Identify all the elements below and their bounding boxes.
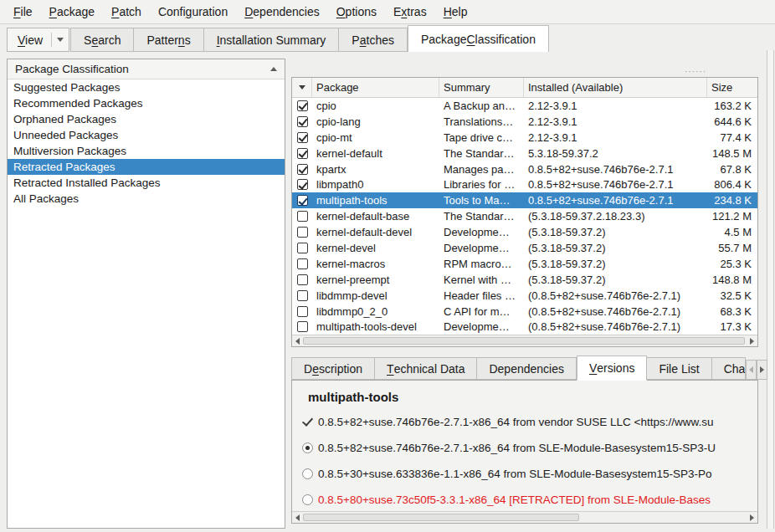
version-entry[interactable]: 0.8.5+82+suse.746b76e-2.7.1-x86_64 from …: [300, 439, 757, 456]
column-header-size[interactable]: Size: [707, 78, 757, 97]
scrollbar-thumb[interactable]: [303, 337, 745, 345]
filter-item-multiversion-packages[interactable]: Multiversion Packages: [8, 143, 285, 159]
checkbox-unchecked[interactable]: [297, 258, 308, 269]
checkbox-unchecked[interactable]: [297, 321, 308, 332]
filter-list-header[interactable]: Package Classification: [8, 59, 285, 79]
filter-item-recommended-packages[interactable]: Recommended Packages: [8, 95, 285, 111]
checkbox-checked[interactable]: [297, 148, 308, 159]
version-entry[interactable]: 0.8.5+80+suse.73c50f5-3.3.1-x86_64 [RETR…: [300, 491, 757, 508]
menu-configuration[interactable]: Configuration: [150, 2, 236, 22]
yast-package-selector-window: FilePackagePatchConfigurationDependencie…: [0, 0, 775, 532]
table-row[interactable]: cpio-mtTape drive c…2.12-3.9.177.4 K: [292, 130, 757, 146]
menu-bar: FilePackagePatchConfigurationDependencie…: [0, 0, 775, 24]
checkbox-checked[interactable]: [297, 164, 308, 175]
detail-tab-dependencies[interactable]: Dependencies: [477, 357, 577, 380]
radio-unselected-icon[interactable]: [300, 494, 315, 505]
menu-extras[interactable]: Extras: [385, 2, 435, 22]
table-row[interactable]: kernel-default-develDevelopme…(5.3.18-59…: [292, 224, 757, 240]
tab-patches[interactable]: Patches: [339, 28, 408, 52]
menu-package[interactable]: Package: [41, 2, 104, 22]
scroll-left-icon: [749, 366, 753, 373]
checkbox-unchecked[interactable]: [297, 227, 308, 238]
filter-item-unneeded-packages[interactable]: Unneeded Packages: [8, 127, 285, 143]
checkbox-checked[interactable]: [297, 132, 308, 143]
column-header-summary[interactable]: Summary: [439, 78, 524, 97]
tab-package-classification[interactable]: Package Classification: [408, 25, 549, 52]
column-header-installed-available[interactable]: Installed (Available): [524, 78, 707, 97]
table-horizontal-scrollbar[interactable]: [292, 335, 757, 346]
vertical-scrollbar[interactable]: [767, 50, 774, 529]
scrollbar-thumb[interactable]: [303, 514, 579, 521]
checkbox-unchecked[interactable]: [297, 211, 308, 222]
radio-selected-icon[interactable]: [300, 442, 315, 453]
column-header-status[interactable]: [292, 78, 312, 97]
versions-horizontal-scrollbar[interactable]: [292, 511, 757, 523]
scroll-right-icon[interactable]: [750, 338, 754, 345]
size-cell: 644.6 K: [707, 115, 757, 128]
checkbox-unchecked[interactable]: [297, 306, 308, 317]
detail-tab-file-list[interactable]: File List: [647, 357, 711, 380]
table-row[interactable]: kernel-macrosRPM macro…(5.3.18-59.37.2)2…: [292, 256, 757, 272]
scroll-left-icon[interactable]: [295, 338, 300, 345]
summary-cell: Developme…: [439, 226, 524, 238]
table-row[interactable]: libdmmp-develHeader files …(0.8.5+82+sus…: [292, 288, 757, 304]
table-row[interactable]: libmpath0Libraries for …0.8.5+82+suse.74…: [292, 176, 757, 192]
tab-scroll-left-button[interactable]: [746, 360, 757, 380]
filter-item-retracted-packages[interactable]: Retracted Packages: [8, 159, 285, 175]
column-header-package[interactable]: Package: [312, 78, 439, 97]
summary-cell: The Standar…: [439, 210, 524, 223]
status-cell: [292, 148, 312, 159]
checkbox-checked[interactable]: [297, 195, 308, 206]
installed-cell: 0.8.5+82+suse.746b76e-2.7.1: [524, 163, 707, 176]
detail-tab-description[interactable]: Description: [291, 357, 375, 380]
checkbox-checked[interactable]: [297, 179, 308, 190]
menu-dependencies[interactable]: Dependencies: [236, 2, 328, 22]
package-table-body: cpioA Backup an…2.12-3.9.1163.2 Kcpio-la…: [292, 98, 757, 335]
table-row[interactable]: cpio-langTranslations…2.12-3.9.1644.6 K: [292, 114, 757, 130]
tab-search[interactable]: Search: [70, 28, 134, 52]
detail-tab-cha[interactable]: Cha: [712, 357, 746, 380]
table-row[interactable]: multipath-tools-develDevelopme…(0.8.5+82…: [292, 319, 757, 335]
table-row[interactable]: multipath-toolsTools to Ma…0.8.5+82+suse…: [292, 192, 757, 208]
filter-item-all-packages[interactable]: All Packages: [8, 191, 285, 207]
tab-patterns[interactable]: Patterns: [134, 28, 203, 52]
package-name-cell: libmpath0: [312, 178, 439, 191]
table-row[interactable]: cpioA Backup an…2.12-3.9.1163.2 K: [292, 98, 757, 114]
status-cell: [292, 132, 312, 143]
menu-file[interactable]: File: [5, 2, 41, 22]
tab-scroll-right-button[interactable]: [757, 360, 767, 380]
version-entry[interactable]: 0.8.5+82+suse.746b76e-2.7.1-x86_64 from …: [300, 413, 757, 430]
status-cell: [292, 274, 312, 285]
table-row[interactable]: kernel-preemptKernel with …(5.3.18-59.37…: [292, 272, 757, 288]
size-cell: 163.2 K: [707, 100, 757, 112]
size-cell: 67.8 K: [707, 163, 757, 176]
table-row[interactable]: kernel-develDevelopme…(5.3.18-59.37.2)55…: [292, 240, 757, 256]
filter-item-suggested-packages[interactable]: Suggested Packages: [8, 79, 285, 95]
detail-tab-versions[interactable]: Versions: [577, 356, 647, 381]
checkbox-checked[interactable]: [297, 100, 308, 111]
detail-tab-technical-data[interactable]: Technical Data: [375, 357, 477, 380]
status-cell: [292, 321, 312, 332]
splitter-handle-icon[interactable]: ······: [685, 67, 706, 76]
checkbox-checked[interactable]: [297, 116, 308, 127]
installed-cell: 2.12-3.9.1: [524, 115, 707, 128]
menu-options[interactable]: Options: [328, 2, 385, 22]
menu-help[interactable]: Help: [435, 2, 476, 22]
filter-item-orphaned-packages[interactable]: Orphaned Packages: [8, 111, 285, 127]
size-cell: 121.2 M: [707, 210, 757, 223]
radio-unselected-icon[interactable]: [300, 468, 315, 479]
table-row[interactable]: kernel-defaultThe Standar…5.3.18-59.37.2…: [292, 146, 757, 161]
scroll-right-icon[interactable]: [750, 514, 754, 521]
tab-installation-summary[interactable]: Installation Summary: [204, 28, 340, 52]
table-row[interactable]: kpartxManages pa…0.8.5+82+suse.746b76e-2…: [292, 161, 757, 177]
scroll-left-icon[interactable]: [295, 514, 300, 521]
menu-patch[interactable]: Patch: [103, 2, 150, 22]
table-row[interactable]: libdmmp0_2_0C API for m…(0.8.5+82+suse.7…: [292, 304, 757, 320]
table-row[interactable]: kernel-default-baseThe Standar…(5.3.18-5…: [292, 208, 757, 224]
version-entry[interactable]: 0.8.5+30+suse.633836e-1.1-x86_64 from SL…: [300, 465, 757, 482]
checkbox-unchecked[interactable]: [297, 274, 308, 285]
view-menu-button[interactable]: View: [7, 28, 69, 52]
filter-item-retracted-installed-packages[interactable]: Retracted Installed Packages: [8, 175, 285, 191]
checkbox-unchecked[interactable]: [297, 243, 308, 253]
checkbox-unchecked[interactable]: [297, 290, 308, 301]
